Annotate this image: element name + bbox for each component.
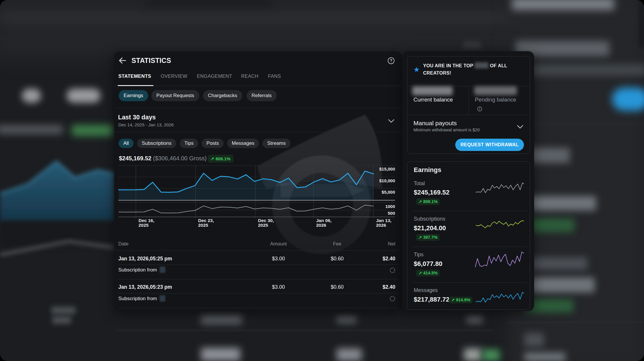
svg-text:?: ? xyxy=(390,58,392,63)
